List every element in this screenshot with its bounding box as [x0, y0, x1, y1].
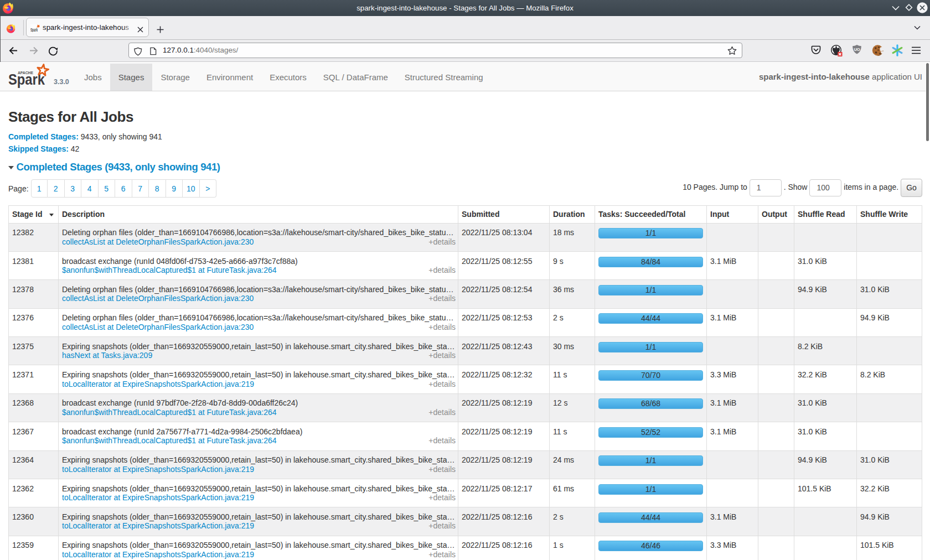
- svg-text:APACHE: APACHE: [18, 71, 33, 75]
- svg-text:Spark: Spark: [30, 27, 38, 32]
- svg-text:UO: UO: [854, 47, 860, 52]
